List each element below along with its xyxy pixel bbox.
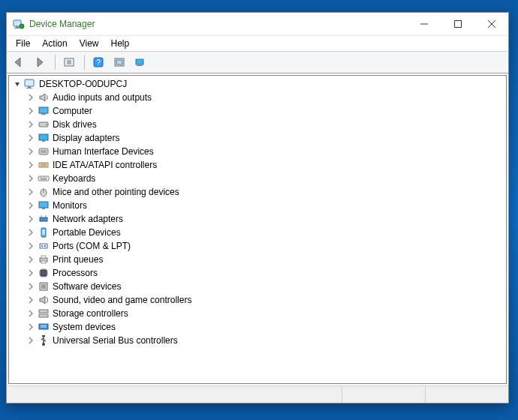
- tree-item[interactable]: Software devices: [12, 280, 506, 293]
- svg-point-19: [46, 124, 47, 125]
- tree-item[interactable]: Audio inputs and outputs: [12, 91, 506, 104]
- titlebar: Device Manager: [7, 13, 508, 35]
- svg-rect-11: [138, 64, 141, 65]
- minimize-button[interactable]: [407, 13, 441, 35]
- chevron-right-icon[interactable]: [26, 335, 36, 346]
- svg-rect-38: [41, 270, 47, 276]
- chevron-down-icon[interactable]: [12, 79, 23, 89]
- svg-rect-37: [41, 261, 46, 263]
- chevron-right-icon[interactable]: [26, 295, 36, 305]
- menu-help[interactable]: Help: [105, 37, 136, 50]
- status-pane: [425, 386, 508, 403]
- tree-item[interactable]: Network adapters: [12, 212, 506, 226]
- computer-icon: [38, 105, 50, 117]
- statusbar: [7, 386, 508, 403]
- tree-item-label: IDE ATA/ATAPI controllers: [53, 160, 157, 170]
- svg-rect-17: [41, 113, 46, 115]
- chevron-right-icon[interactable]: [26, 308, 36, 319]
- tree-item-label: Universal Serial Bus controllers: [53, 335, 178, 346]
- portable-icon: [38, 226, 50, 238]
- tree-item[interactable]: Processors: [12, 266, 506, 280]
- svg-rect-16: [39, 107, 48, 113]
- tree-item[interactable]: Human Interface Devices: [12, 145, 506, 158]
- tree-item[interactable]: Keyboards: [12, 172, 506, 185]
- tree-item[interactable]: Mice and other pointing devices: [12, 185, 506, 199]
- tree-item[interactable]: Disk drives: [12, 118, 506, 131]
- tree-item-label: Keyboards: [53, 173, 95, 184]
- app-icon: [13, 18, 25, 30]
- device-tree-pane[interactable]: DESKTOP-O0DUPCJAudio inputs and outputsC…: [8, 75, 507, 384]
- chevron-right-icon[interactable]: [26, 241, 36, 251]
- tree-item[interactable]: Universal Serial Bus controllers: [12, 334, 506, 347]
- tree-root-label: DESKTOP-O0DUPCJ: [39, 79, 127, 89]
- help-button[interactable]: ?: [89, 54, 107, 70]
- svg-rect-20: [39, 134, 48, 140]
- svg-point-34: [44, 245, 46, 247]
- chevron-right-icon[interactable]: [26, 119, 36, 130]
- chevron-right-icon[interactable]: [26, 133, 36, 143]
- chevron-right-icon[interactable]: [26, 200, 36, 211]
- tree-item[interactable]: Monitors: [12, 199, 506, 212]
- chevron-right-icon[interactable]: [26, 214, 36, 224]
- tree-item[interactable]: Storage controllers: [12, 307, 506, 320]
- scan-button[interactable]: [110, 54, 128, 70]
- keyboard-icon: [38, 172, 50, 184]
- menu-view[interactable]: View: [74, 37, 105, 50]
- monitor-icon: [38, 200, 50, 212]
- svg-rect-9: [116, 60, 122, 64]
- back-button[interactable]: [10, 54, 28, 70]
- svg-rect-31: [42, 230, 45, 235]
- tree-item[interactable]: System devices: [12, 320, 506, 334]
- tree-item[interactable]: Sound, video and game controllers: [12, 293, 506, 307]
- chevron-right-icon[interactable]: [26, 322, 36, 332]
- close-button[interactable]: [474, 13, 508, 35]
- audio-icon: [38, 92, 50, 104]
- tree-item-label: Storage controllers: [53, 308, 128, 319]
- chevron-right-icon[interactable]: [26, 106, 36, 116]
- cpu-icon: [38, 267, 50, 279]
- svg-rect-14: [28, 86, 31, 88]
- chevron-right-icon[interactable]: [26, 173, 36, 184]
- menu-action[interactable]: Action: [36, 37, 73, 50]
- sound-icon: [38, 294, 50, 306]
- disk-icon: [38, 118, 50, 130]
- chevron-right-icon[interactable]: [26, 254, 36, 265]
- system-icon: [38, 321, 50, 333]
- tree-item[interactable]: Display adapters: [12, 131, 506, 145]
- tree-item-label: Monitors: [53, 200, 87, 211]
- svg-rect-1: [16, 26, 19, 28]
- device-manager-window: Device Manager File Action View Help: [6, 12, 509, 404]
- tree-item[interactable]: Computer: [12, 104, 506, 118]
- menu-file[interactable]: File: [10, 37, 36, 50]
- tree-root[interactable]: DESKTOP-O0DUPCJ: [12, 77, 506, 91]
- toolbar-separator: [84, 55, 85, 70]
- chevron-right-icon[interactable]: [26, 227, 36, 238]
- tree-item[interactable]: Print queues: [12, 253, 506, 266]
- tree-item-label: Portable Devices: [53, 227, 121, 238]
- chevron-right-icon[interactable]: [26, 281, 36, 292]
- tree-item-label: Print queues: [53, 254, 103, 265]
- tree-item[interactable]: Ports (COM & LPT): [12, 239, 506, 253]
- chevron-right-icon[interactable]: [26, 92, 36, 103]
- status-pane: [7, 386, 342, 403]
- svg-rect-32: [40, 244, 47, 248]
- show-hidden-button[interactable]: [131, 54, 149, 70]
- chevron-right-icon[interactable]: [26, 160, 36, 170]
- svg-rect-41: [39, 314, 48, 317]
- software-icon: [38, 280, 50, 292]
- tree-item-label: Network adapters: [53, 214, 123, 224]
- forward-button[interactable]: [31, 54, 49, 70]
- toolbar: ?: [7, 51, 508, 74]
- maximize-button[interactable]: [441, 13, 474, 35]
- properties-button[interactable]: [60, 54, 78, 70]
- svg-text:?: ?: [96, 58, 101, 67]
- storage-icon: [38, 308, 50, 320]
- tree-item[interactable]: IDE ATA/ATAPI controllers: [12, 158, 506, 172]
- chevron-right-icon[interactable]: [26, 187, 36, 197]
- window-controls: [407, 13, 508, 35]
- tree-item-label: Ports (COM & LPT): [53, 241, 131, 251]
- chevron-right-icon[interactable]: [26, 146, 36, 157]
- tree-item[interactable]: Portable Devices: [12, 226, 506, 239]
- chevron-right-icon[interactable]: [26, 268, 36, 278]
- svg-rect-4: [454, 21, 461, 28]
